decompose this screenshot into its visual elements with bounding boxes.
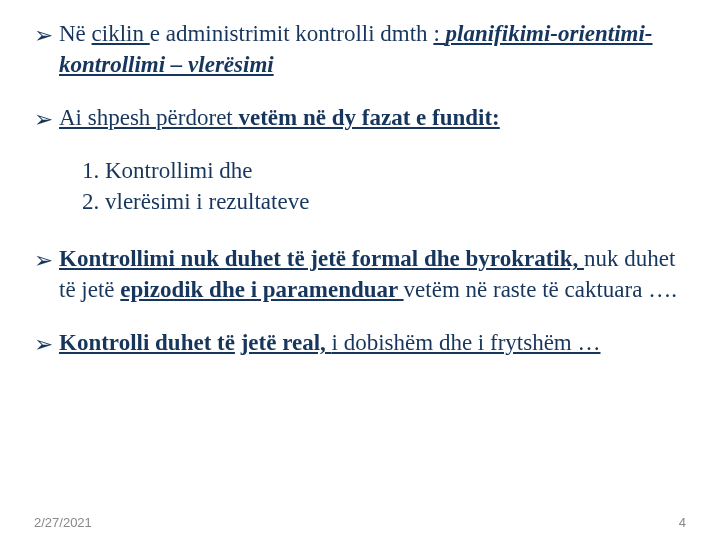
footer-date: 2/27/2021 [34,515,92,530]
b1-p1: Në [59,21,86,46]
b3-p1: Kontrollimi nuk duhet të jetë formal [59,246,424,271]
b1-p3: e administrimit kontrolli dmth [150,21,434,46]
bullet-4-text: Kontrolli duhet të jetë real, i dobishëm… [59,327,686,358]
bullet-arrow-icon: ➢ [34,245,53,276]
footer-page: 4 [679,515,686,530]
list-item-1: 1. Kontrollimi dhe [82,155,686,186]
b4-p3: i dobishëm dhe i frytshëm … [332,330,601,355]
b3-p2: dhe byrokratik, [424,246,584,271]
bullet-4: ➢ Kontrolli duhet të jetë real, i dobish… [34,327,686,358]
b1-p2: ciklin [92,21,150,46]
bullet-3-text: Kontrollimi nuk duhet të jetë formal dhe… [59,243,686,305]
b2-p2: vetëm në dy fazat e fundit: [239,105,500,130]
b4-p2: jetë real, [241,330,332,355]
bullet-arrow-icon: ➢ [34,20,53,51]
b3-p5: vetëm në raste të caktuara …. [404,277,677,302]
bullet-arrow-icon: ➢ [34,329,53,360]
bullet-1-text: Në ciklin e administrimit kontrolli dmth… [59,18,686,80]
bullet-2-text: Ai shpesh përdoret vetëm në dy fazat e f… [59,102,686,133]
bullet-2: ➢ Ai shpesh përdoret vetëm në dy fazat e… [34,102,686,133]
slide: ➢ Në ciklin e administrimit kontrolli dm… [0,0,720,540]
b3-p4: epizodik dhe i paramenduar [120,277,403,302]
b4-p1: Kontrolli duhet të [59,330,235,355]
bullet-arrow-icon: ➢ [34,104,53,135]
list-item-2: 2. vlerësimi i rezultateve [82,186,686,217]
slide-footer: 2/27/2021 4 [34,515,686,530]
b2-p1: Ai shpesh përdoret [59,105,239,130]
bullet-1: ➢ Në ciklin e administrimit kontrolli dm… [34,18,686,80]
bullet-3: ➢ Kontrollimi nuk duhet të jetë formal d… [34,243,686,305]
numbered-list: 1. Kontrollimi dhe 2. vlerësimi i rezult… [82,155,686,217]
b1-p4: : [433,21,445,46]
